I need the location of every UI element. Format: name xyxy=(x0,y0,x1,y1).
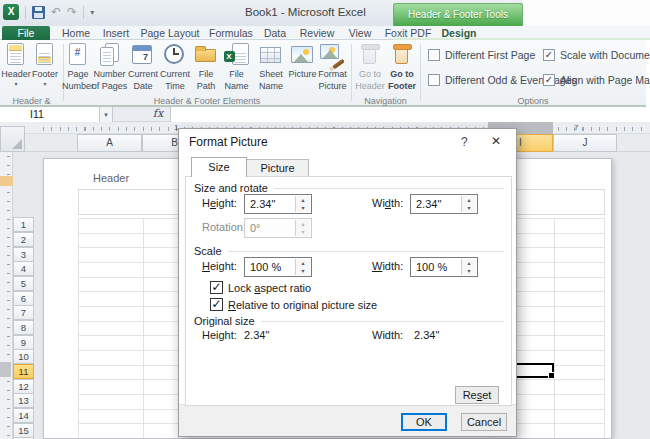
tab-data[interactable]: Data xyxy=(258,26,292,40)
row-header-2[interactable]: 2 xyxy=(13,232,34,247)
row-header-10[interactable]: 10 xyxy=(13,349,34,364)
file-name-button[interactable]: File Name xyxy=(221,42,252,98)
number-of-pages-button[interactable]: Number of Pages xyxy=(92,42,127,98)
lock-aspect-ratio-checkbox[interactable]: ✓ xyxy=(210,281,223,294)
different-first-page-checkbox[interactable]: Different First Page xyxy=(428,49,535,61)
tab-foxit-pdf[interactable]: Foxit PDF xyxy=(382,26,434,40)
dialog-tab-picture[interactable]: Picture xyxy=(247,159,309,177)
group-label-elements: Header & Footer Elements xyxy=(63,96,351,106)
tab-design[interactable]: Design xyxy=(438,26,480,40)
group-size-and-rotate: Size and rotate xyxy=(194,182,504,194)
scale-with-document-checkbox[interactable]: ✓ Scale with Document xyxy=(543,49,650,61)
dropdown-arrow-icon: ▾ xyxy=(43,81,46,88)
excel-logo-icon: X xyxy=(3,4,19,20)
align-with-page-margins-checkbox[interactable]: ✓ Align with Page Margins xyxy=(543,74,650,86)
qat-dropdown-icon[interactable]: ▾ xyxy=(90,8,94,17)
row-header-1[interactable]: 1 xyxy=(13,217,34,232)
undo-icon[interactable]: ↶ xyxy=(51,5,61,19)
dialog-close-icon[interactable]: ✕ xyxy=(491,134,501,148)
name-box[interactable]: I11 xyxy=(0,107,100,122)
vertical-ruler-header-segment xyxy=(0,176,13,186)
checkbox-icon xyxy=(428,49,440,61)
title-bar-right xyxy=(523,0,650,26)
go-to-header-button: Go to Header xyxy=(354,42,386,98)
vertical-ruler-selection-mark xyxy=(0,362,11,377)
row-header-9[interactable]: 9 xyxy=(13,335,34,350)
dialog-tab-size[interactable]: Size xyxy=(191,157,247,177)
tab-file[interactable]: File xyxy=(2,26,50,40)
go-to-footer-icon xyxy=(389,42,415,68)
row-header-7[interactable]: 7 xyxy=(13,305,34,320)
format-picture-button[interactable]: Format Picture xyxy=(315,42,350,98)
current-date-icon xyxy=(130,42,156,68)
dialog-help-icon[interactable]: ? xyxy=(461,135,468,149)
width-spinner[interactable]: ▴▾ xyxy=(461,196,476,212)
relative-to-original-checkbox[interactable]: ✓ xyxy=(210,298,223,311)
go-to-header-icon xyxy=(357,42,383,68)
footer-button[interactable]: Footer ▾ xyxy=(31,42,59,98)
number-of-pages-icon xyxy=(97,42,123,68)
cancel-button[interactable]: Cancel xyxy=(461,413,507,431)
insert-function-icon[interactable]: fx xyxy=(148,107,168,122)
tab-home[interactable]: Home xyxy=(58,26,94,40)
ok-button[interactable]: OK xyxy=(401,413,447,431)
contextual-tab-group-label: Header & Footer Tools xyxy=(393,3,523,26)
quick-access-toolbar: X ↶ ↷ ▾ xyxy=(3,4,94,20)
dropdown-arrow-icon: ▾ xyxy=(14,81,17,88)
row-header-8[interactable]: 8 xyxy=(13,320,34,335)
scale-width-input[interactable]: 100 % ▴▾ xyxy=(410,257,478,277)
row-header-11[interactable]: 11 xyxy=(13,364,34,379)
tab-formulas[interactable]: Formulas xyxy=(206,26,256,40)
width-input[interactable]: 2.34" ▴▾ xyxy=(410,194,478,214)
page-header-label: Header xyxy=(93,172,129,184)
rotation-spinner: ▴▾ xyxy=(295,220,310,236)
go-to-footer-button[interactable]: Go to Footer xyxy=(386,42,418,98)
group-original-size: Original size xyxy=(194,315,504,327)
tab-review[interactable]: Review xyxy=(296,26,338,40)
group-label-options: Options xyxy=(420,96,646,106)
reset-button[interactable]: Reset xyxy=(455,386,499,404)
vertical-ruler xyxy=(0,152,13,439)
scale-height-input[interactable]: 100 % ▴▾ xyxy=(244,257,312,277)
page-number-button[interactable]: Page Number xyxy=(64,42,92,98)
row-header-15[interactable]: 15 xyxy=(13,423,34,438)
grid-vline xyxy=(554,218,555,438)
row-header-4[interactable]: 4 xyxy=(13,261,34,276)
row-header-6[interactable]: 6 xyxy=(13,291,34,306)
name-box-dropdown-icon[interactable]: ▾ xyxy=(100,107,113,122)
header-icon xyxy=(3,42,29,68)
header-button[interactable]: Header ▾ xyxy=(2,42,30,98)
original-width-value: 2.34" xyxy=(414,329,439,341)
height-input[interactable]: 2.34" ▴▾ xyxy=(244,194,312,214)
select-all-corner[interactable] xyxy=(0,126,25,152)
height-spinner[interactable]: ▴▾ xyxy=(295,196,310,212)
row-header-13[interactable]: 13 xyxy=(13,393,34,408)
row-header-5[interactable]: 5 xyxy=(13,276,34,291)
height-label: Height: xyxy=(202,197,237,209)
tab-view[interactable]: View xyxy=(342,26,378,40)
row-header-14[interactable]: 14 xyxy=(13,408,34,423)
save-icon[interactable] xyxy=(32,6,45,19)
picture-button[interactable]: Picture xyxy=(290,42,315,98)
column-header-j[interactable]: J xyxy=(553,134,617,152)
original-height-value: 2.34" xyxy=(244,329,269,341)
formula-input[interactable] xyxy=(170,107,650,122)
column-header-a[interactable]: A xyxy=(77,134,142,152)
tab-page-layout[interactable]: Page Layout xyxy=(138,26,202,40)
sheet-name-button[interactable]: Sheet Name xyxy=(252,42,290,98)
original-width-label: Width: xyxy=(372,329,403,341)
current-date-button[interactable]: Current Date xyxy=(127,42,159,98)
scale-height-spinner[interactable]: ▴▾ xyxy=(295,259,310,275)
rotation-label: Rotation: xyxy=(202,221,246,233)
checkbox-icon: ✓ xyxy=(543,49,555,61)
group-scale: Scale xyxy=(194,245,504,257)
redo-icon[interactable]: ↷ xyxy=(67,5,77,19)
tab-insert[interactable]: Insert xyxy=(98,26,134,40)
dialog-footer: OK Cancel xyxy=(179,404,516,436)
row-header-3[interactable]: 3 xyxy=(13,247,34,262)
row-header-12[interactable]: 12 xyxy=(13,379,34,394)
window-title: Book1 - Microsoft Excel xyxy=(245,6,366,18)
file-path-button[interactable]: File Path xyxy=(191,42,221,98)
scale-width-spinner[interactable]: ▴▾ xyxy=(461,259,476,275)
current-time-button[interactable]: Current Time xyxy=(159,42,191,98)
